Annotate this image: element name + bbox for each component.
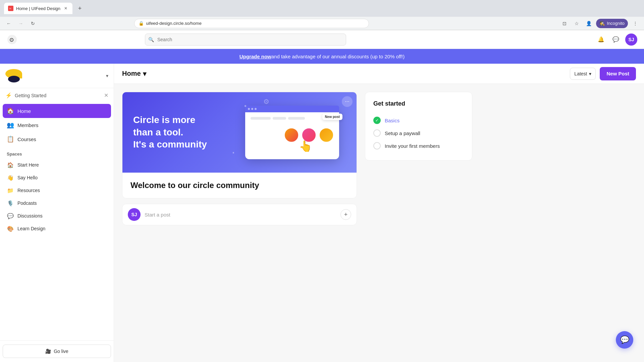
get-started-panel: Get started ✓ Basics Setup a paywall Inv…: [365, 92, 472, 161]
mockup-avatar-1: [284, 128, 299, 142]
notifications-icon[interactable]: 🔔: [596, 34, 606, 45]
profile-icon[interactable]: 👤: [584, 19, 593, 28]
right-sidebar: Get started ✓ Basics Setup a paywall Inv…: [365, 92, 472, 354]
say-hello-icon: 👋: [7, 174, 14, 181]
sidebar-item-members[interactable]: 👥 Members: [3, 118, 111, 132]
ui-mockup: New post 👆: [245, 106, 339, 159]
latest-filter-button[interactable]: Latest ▾: [570, 68, 596, 80]
go-live-icon: 🎥: [45, 349, 51, 354]
go-live-label: Go live: [54, 349, 68, 354]
tab-title: Home | UIFeed Design: [16, 6, 60, 11]
checklist-label-paywall: Setup a paywall: [385, 130, 420, 136]
browser-chrome: H Home | UIFeed Design ✕ +: [0, 0, 644, 17]
hero-illustration: New post 👆: [228, 92, 357, 173]
new-post-button[interactable]: New Post: [600, 67, 636, 80]
space-item-discussions[interactable]: 💬 Discussions: [0, 209, 114, 222]
hand-cursor-icon: 👆: [299, 140, 312, 153]
getting-started-label: Getting Started: [15, 93, 46, 98]
hero-tagline: Circle is more than a tool. It's a commu…: [133, 114, 207, 150]
search-container: 🔍: [145, 34, 346, 46]
app-container: ⊙ 🔍 🔔 💬 SJ Upgrade now and take advantag…: [0, 30, 644, 362]
search-icon: 🔍: [148, 37, 154, 42]
logo-image: [5, 69, 25, 82]
chat-fab-icon: 💬: [620, 336, 629, 344]
more-menu-icon[interactable]: ⋮: [631, 19, 640, 28]
hero-banner: Circle is more than a tool. It's a commu…: [122, 92, 357, 173]
start-post-card: SJ Start a post +: [122, 204, 357, 225]
courses-icon: 📋: [7, 135, 14, 143]
members-icon: 👥: [7, 121, 14, 129]
space-item-podcasts[interactable]: 🎙️ Podcasts: [0, 197, 114, 209]
content-header: Home ▾ Latest ▾ New Post: [114, 64, 644, 84]
mockup-avatars: [248, 122, 336, 145]
messages-icon[interactable]: 💬: [610, 34, 621, 45]
get-started-title: Get started: [373, 100, 464, 107]
checklist-item-invite[interactable]: Invite your first members: [373, 139, 464, 152]
chat-fab-button[interactable]: 💬: [616, 331, 633, 349]
mockup-header: [245, 106, 339, 112]
space-item-learn-design[interactable]: 🎨 Learn Design: [0, 222, 114, 235]
mockup-avatar-3: [319, 128, 334, 142]
space-item-say-hello[interactable]: 👋 Say Hello: [0, 171, 114, 184]
incognito-label: Incognito: [607, 21, 625, 26]
post-placeholder[interactable]: Start a post: [145, 212, 336, 218]
courses-label: Courses: [17, 136, 36, 142]
feed-column: Circle is more than a tool. It's a commu…: [122, 92, 357, 354]
app-logo: ⊙: [7, 34, 17, 45]
incognito-button[interactable]: 🕵 Incognito: [596, 19, 628, 28]
check-circle-invite: [373, 142, 381, 149]
home-label: Home: [17, 108, 31, 114]
community-dropdown[interactable]: ▾: [106, 73, 108, 78]
mockup-dot-3: [255, 108, 257, 110]
svg-text:H: H: [9, 7, 11, 10]
url-text: uifeed-design.circle.so/home: [146, 21, 201, 26]
getting-started-item[interactable]: ⚡ Getting Started ✕: [0, 88, 114, 103]
user-avatar[interactable]: SJ: [625, 34, 637, 46]
cast-icon[interactable]: ⊡: [560, 19, 569, 28]
post-add-button[interactable]: +: [340, 209, 351, 220]
promo-banner: Upgrade now and take advantage of our an…: [0, 49, 644, 64]
checklist-label-basics: Basics: [385, 118, 399, 123]
spaces-section-label: Spaces: [0, 147, 114, 159]
incognito-icon: 🕵: [599, 21, 605, 26]
banner-text: and take advantage of our annual discoun…: [271, 54, 405, 59]
reload-button[interactable]: ↻: [28, 19, 38, 28]
tab-close-button[interactable]: ✕: [63, 6, 68, 11]
community-logo: [5, 69, 25, 82]
check-circle-paywall: [373, 129, 381, 137]
browser-action-buttons: ⊡ ☆ 👤 🕵 Incognito ⋮: [560, 19, 640, 28]
sidebar-nav: 🏠 Home 👥 Members 📋 Courses: [0, 103, 114, 147]
go-live-button[interactable]: 🎥 Go live: [3, 345, 111, 358]
forward-button[interactable]: →: [16, 19, 25, 28]
back-button[interactable]: ←: [4, 19, 13, 28]
sidebar-item-courses[interactable]: 📋 Courses: [3, 132, 111, 146]
address-bar[interactable]: 🔒 uifeed-design.circle.so/home: [134, 19, 369, 28]
hero-body: Welcome to our circle community: [122, 173, 357, 198]
checklist-item-paywall[interactable]: Setup a paywall: [373, 127, 464, 139]
mockup-nav-item-3: [288, 117, 305, 120]
sidebar-item-home[interactable]: 🏠 Home: [3, 104, 111, 118]
learn-design-label: Learn Design: [17, 226, 45, 231]
checklist-label-invite: Invite your first members: [385, 143, 440, 149]
page-title[interactable]: Home ▾: [122, 70, 146, 78]
mockup-dot-1: [248, 108, 250, 110]
upgrade-link[interactable]: Upgrade now: [239, 54, 271, 59]
post-user-avatar: SJ: [128, 208, 141, 221]
bookmark-icon[interactable]: ☆: [572, 19, 581, 28]
getting-started-icon: ⚡: [5, 92, 12, 99]
checklist-item-basics[interactable]: ✓ Basics: [373, 114, 464, 127]
new-tab-button[interactable]: +: [75, 4, 85, 13]
space-item-resources[interactable]: 📁 Resources: [0, 184, 114, 197]
learn-design-icon: 🎨: [7, 225, 14, 232]
hero-more-button[interactable]: ···: [342, 96, 353, 107]
getting-started-close[interactable]: ✕: [104, 92, 108, 99]
page-title-text: Home: [122, 70, 141, 77]
content-scroll: Circle is more than a tool. It's a commu…: [114, 84, 644, 362]
space-item-start-here[interactable]: 🏠 Start Here: [0, 159, 114, 171]
content-area: Home ▾ Latest ▾ New Post: [114, 64, 644, 362]
home-icon: 🏠: [7, 107, 14, 115]
top-bar-actions: 🔔 💬 SJ: [596, 34, 637, 46]
search-input[interactable]: [145, 34, 346, 46]
main-layout: ▾ ⚡ Getting Started ✕ 🏠 Home 👥 Members 📋: [0, 64, 644, 362]
browser-tab[interactable]: H Home | UIFeed Design ✕: [4, 3, 72, 14]
